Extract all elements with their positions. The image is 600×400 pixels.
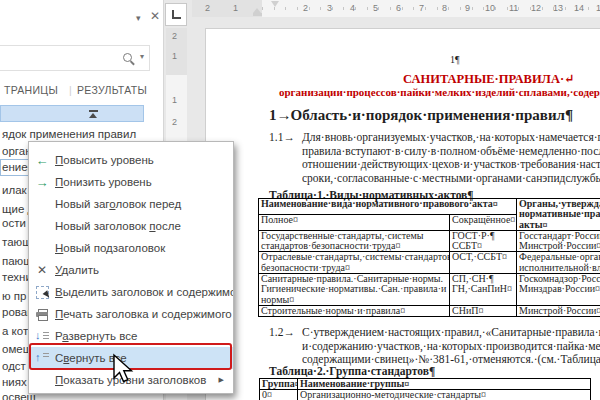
select-dashed-box-icon [36, 286, 49, 299]
table-cell: ГОСТ·Р·¶ ССБТ¤ [450, 230, 517, 252]
nav-heading-item[interactable]: илак [2, 184, 27, 196]
left-indent-marker[interactable] [253, 13, 262, 16]
table-cell: Органы,·утверждающие нормативные·правовы… [517, 199, 600, 231]
mouse-cursor [110, 353, 134, 385]
table-2-caption: Таблица·2.·Группа·стандартов¶ [269, 365, 435, 377]
table-row: Отраслевые·стандарты,·системы·стандартов… [259, 252, 600, 274]
search-icon[interactable] [123, 53, 132, 62]
tab-stop-L-icon [172, 10, 181, 19]
tab-selector-button[interactable] [165, 3, 187, 26]
menu-item-print-heading-and-content[interactable]: Печать заголовка и содержимого [29, 303, 233, 325]
table-cell: Минстрой·России¤ [517, 305, 600, 316]
menu-item-promote[interactable]: ← Повысить уровень [29, 149, 233, 171]
nav-heading-item[interactable]: ядок применения правил [2, 128, 136, 140]
tab-pages[interactable]: ТРАНИЦЫ [4, 84, 58, 96]
table-1: Наименование·вида·нормативного·правового… [258, 198, 600, 317]
menu-item-demote[interactable]: → Понизить уровень [29, 171, 233, 193]
expand-all-icon: ↓ [35, 330, 49, 342]
table-cell: ОСТ,·ССБТ¤ [450, 252, 517, 274]
promote-arrow-left-icon: ← [29, 153, 55, 168]
demote-arrow-right-icon: → [29, 175, 55, 190]
menu-item-select-heading-and-content[interactable]: Выделить заголовок и содержимое [29, 281, 233, 303]
word-window: 1¶ САНИТАРНЫЕ·ПРАВИЛА·↵ организации·проц… [0, 0, 600, 400]
tab-results[interactable]: РЕЗУЛЬТАТЫ [77, 84, 600, 96]
section-heading-1: 1→Область·и·порядок·применения·правил¶ [269, 107, 573, 124]
first-line-indent-marker[interactable] [271, 1, 279, 7]
submenu-arrow-icon: ▶ [219, 376, 224, 384]
delete-x-icon: ✕ [29, 263, 55, 277]
table-row: Наименование·вида·нормативного·правового… [259, 199, 600, 215]
table-cell: Группа¤ [260, 379, 298, 390]
table-cell: Госстандарт·России· Минстрой·России¤ [517, 230, 600, 252]
table-cell: Наименование·вида·нормативного·правового… [259, 199, 517, 215]
nav-heading-item[interactable]: ю пр [2, 290, 26, 302]
tab-mark: → [283, 131, 295, 143]
collapse-pin-icon [89, 110, 98, 112]
nav-heading-item[interactable]: ости [2, 217, 26, 229]
table-cell: Полное¤ [259, 214, 450, 230]
table-cell: Государственные·стандарты,·системы станд… [259, 230, 450, 252]
paragraph-1-1: 1.1→ Для·вновь·организуемых·участков,·на… [269, 131, 600, 185]
tab-separator: | [69, 84, 72, 96]
table-row: Группа¤ Наименование·группы¤ [260, 379, 591, 390]
table-cell: Федеральные·органы исполнительной·власти [517, 252, 600, 274]
table-row: Государственные·стандарты,·системы станд… [259, 230, 600, 252]
ruler-margin-zone [192, 0, 262, 17]
close-icon[interactable]: ✕ [150, 9, 160, 23]
paragraph-1-2: 1.2→ С·утверждением·настоящих·правил,·«С… [269, 326, 600, 367]
menu-item-new-subheading[interactable]: Новый подзаголовок [29, 237, 233, 259]
table-row: 0¤ Организационно-методические·стандарты… [260, 390, 591, 400]
table-cell: Отраслевые·стандарты,·системы·стандартов… [259, 252, 450, 274]
nav-heading-item[interactable]: а кот [2, 325, 28, 337]
tab-mark: → [277, 107, 291, 124]
table-cell: СНиП¤ [450, 305, 517, 316]
table-row: Санитарные·правила.·Санитарные·нормы. Ги… [259, 274, 600, 306]
table-cell: Сокращённое¤ [450, 214, 517, 230]
selected-nav-item[interactable] [0, 105, 144, 122]
table-cell: Санитарные·правила.·Санитарные·нормы. Ги… [259, 274, 450, 306]
page-header-number: 1¶ [450, 54, 460, 65]
table-cell: Строительные·нормы·и·правила¤ [259, 305, 450, 316]
menu-item-new-heading-after[interactable]: Новый заголовок после [29, 215, 233, 237]
table-cell: Наименование·группы¤ [298, 379, 591, 390]
menu-item-new-heading-before[interactable]: Новый заголовок перед [29, 193, 233, 215]
tab-mark: → [283, 326, 295, 338]
table-cell: 0¤ [260, 390, 298, 400]
table-cell: Госкомнадзор·России Минздрав·России¤ [517, 274, 600, 306]
nav-heading-item[interactable]: ниях [2, 376, 27, 388]
table-cell: СП,·СН·¶ ГН,·СанПиН¤ [450, 274, 517, 306]
pane-menu-icon[interactable]: ▾ [136, 13, 141, 23]
table-2: Группа¤ Наименование·группы¤ 0¤ Организа… [259, 378, 591, 400]
table-row: Строительные·нормы·и·правила¤ СНиП¤ Минс… [259, 305, 600, 316]
printer-icon [36, 309, 49, 320]
search-caret-icon[interactable]: ▾ [140, 52, 144, 61]
nav-heading-item[interactable]: одст [2, 360, 26, 372]
table-cell: Организационно-методические·стандарты¤ [298, 390, 591, 400]
menu-item-delete[interactable]: ✕ Удалить [29, 259, 233, 281]
